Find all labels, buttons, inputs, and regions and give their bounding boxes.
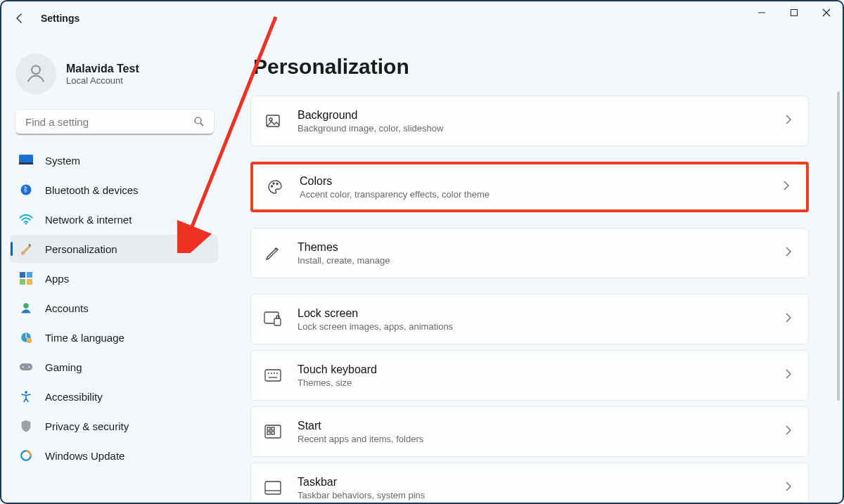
sidebar-item-label: Accounts bbox=[45, 302, 89, 314]
card-desc: Install, create, manage bbox=[298, 255, 390, 266]
settings-cards: BackgroundBackground image, color, slide… bbox=[250, 96, 834, 503]
app-title: Settings bbox=[41, 13, 79, 24]
sidebar-item-privacy[interactable]: Privacy & security bbox=[10, 412, 218, 440]
svg-rect-6 bbox=[19, 162, 33, 164]
svg-rect-38 bbox=[271, 427, 274, 430]
chevron-right-icon bbox=[784, 313, 793, 325]
sidebar-item-label: Windows Update bbox=[45, 450, 124, 462]
sidebar-item-gaming[interactable]: Gaming bbox=[10, 353, 218, 381]
card-start[interactable]: StartRecent apps and items, folders bbox=[250, 406, 809, 457]
accounts-icon bbox=[18, 300, 34, 316]
taskbar-icon bbox=[264, 479, 282, 497]
minimize-button[interactable] bbox=[746, 1, 778, 24]
title-bar: Settings bbox=[1, 1, 843, 35]
card-colors[interactable]: ColorsAccent color, transparency effects… bbox=[250, 162, 809, 212]
sidebar-item-label: Privacy & security bbox=[45, 420, 129, 432]
pen-icon bbox=[264, 244, 282, 262]
svg-rect-11 bbox=[27, 272, 32, 278]
start-icon bbox=[264, 422, 282, 441]
card-title: Start bbox=[298, 420, 423, 432]
minimize-icon bbox=[757, 8, 766, 17]
svg-point-26 bbox=[273, 183, 274, 184]
svg-line-4 bbox=[200, 123, 203, 126]
card-desc: Accent color, transparency effects, colo… bbox=[300, 189, 490, 200]
sidebar-item-apps[interactable]: Apps bbox=[10, 264, 218, 292]
palette-icon bbox=[266, 178, 284, 196]
svg-rect-10 bbox=[20, 272, 25, 278]
sidebar-item-accessibility[interactable]: Accessibility bbox=[10, 382, 218, 411]
svg-rect-39 bbox=[267, 432, 270, 434]
card-title: Lock screen bbox=[298, 307, 453, 320]
system-icon bbox=[18, 153, 34, 168]
svg-rect-1 bbox=[791, 10, 798, 16]
sidebar-item-personalization[interactable]: Personalization bbox=[10, 235, 218, 263]
sidebar-item-system[interactable]: System bbox=[10, 146, 218, 174]
card-title: Touch keyboard bbox=[298, 363, 377, 376]
sidebar-item-label: Bluetooth & devices bbox=[45, 184, 139, 196]
chevron-right-icon bbox=[784, 369, 793, 382]
svg-point-8 bbox=[25, 223, 27, 225]
card-desc: Lock screen images, apps, animations bbox=[298, 321, 453, 332]
card-taskbar[interactable]: TaskbarTaskbar behaviors, system pins bbox=[250, 463, 809, 503]
card-desc: Taskbar behaviors, system pins bbox=[298, 490, 425, 500]
svg-point-3 bbox=[195, 117, 201, 124]
card-title: Taskbar bbox=[298, 476, 425, 489]
sidebar-item-label: Personalization bbox=[45, 243, 117, 255]
card-background[interactable]: BackgroundBackground image, color, slide… bbox=[250, 96, 809, 146]
card-title: Colors bbox=[300, 175, 490, 188]
gaming-icon bbox=[18, 359, 34, 375]
sidebar-item-label: Time & language bbox=[45, 332, 124, 344]
card-lock-screen[interactable]: Lock screenLock screen images, apps, ani… bbox=[250, 294, 809, 344]
svg-point-24 bbox=[269, 118, 272, 121]
scrollbar-thumb[interactable] bbox=[837, 91, 840, 401]
avatar bbox=[15, 53, 56, 94]
svg-rect-37 bbox=[267, 427, 270, 430]
globe-clock-icon bbox=[18, 330, 34, 345]
sidebar-item-time-language[interactable]: Time & language bbox=[10, 323, 218, 351]
back-button[interactable] bbox=[4, 3, 35, 34]
paintbrush-icon bbox=[18, 241, 34, 257]
card-title: Background bbox=[298, 109, 443, 122]
card-themes[interactable]: ThemesInstall, create, manage bbox=[250, 228, 809, 278]
sidebar-item-accounts[interactable]: Accounts bbox=[10, 294, 218, 322]
arrow-left-icon bbox=[14, 13, 25, 24]
svg-point-2 bbox=[32, 65, 40, 74]
svg-rect-13 bbox=[27, 279, 32, 285]
sidebar-item-bluetooth[interactable]: Bluetooth & devices bbox=[10, 176, 218, 204]
profile-sub: Local Account bbox=[66, 75, 139, 86]
maximize-button[interactable] bbox=[778, 1, 810, 24]
close-icon bbox=[822, 8, 831, 17]
svg-point-20 bbox=[25, 391, 27, 394]
svg-rect-30 bbox=[265, 370, 281, 381]
svg-point-27 bbox=[276, 183, 278, 185]
search-icon bbox=[193, 115, 205, 131]
svg-rect-17 bbox=[20, 363, 32, 370]
picture-icon bbox=[264, 112, 282, 130]
nav-list: System Bluetooth & devices Network & int… bbox=[7, 146, 222, 470]
lock-screen-icon bbox=[264, 310, 282, 328]
window-controls bbox=[746, 1, 843, 24]
chevron-right-icon bbox=[784, 425, 793, 438]
update-icon bbox=[18, 448, 34, 463]
svg-point-19 bbox=[28, 366, 30, 368]
chevron-right-icon bbox=[782, 181, 791, 193]
bluetooth-icon bbox=[18, 182, 34, 198]
maximize-icon bbox=[790, 8, 798, 17]
accessibility-icon bbox=[18, 389, 34, 404]
svg-rect-41 bbox=[265, 482, 281, 494]
chevron-right-icon bbox=[784, 482, 793, 494]
sidebar-item-network[interactable]: Network & internet bbox=[10, 205, 218, 233]
card-title: Themes bbox=[298, 241, 390, 254]
svg-rect-12 bbox=[20, 279, 25, 285]
profile-block[interactable]: Malavida Test Local Account bbox=[7, 45, 222, 107]
svg-point-18 bbox=[23, 366, 24, 368]
close-button[interactable] bbox=[810, 1, 843, 24]
chevron-right-icon bbox=[784, 247, 793, 259]
sidebar-item-label: Network & internet bbox=[45, 214, 132, 226]
sidebar: Malavida Test Local Account System Bluet… bbox=[7, 45, 225, 500]
sidebar-item-windows-update[interactable]: Windows Update bbox=[10, 441, 218, 470]
search-input[interactable] bbox=[15, 110, 214, 135]
apps-icon bbox=[18, 271, 34, 286]
card-touch-keyboard[interactable]: Touch keyboardThemes, size bbox=[250, 350, 809, 401]
keyboard-icon bbox=[264, 366, 282, 385]
